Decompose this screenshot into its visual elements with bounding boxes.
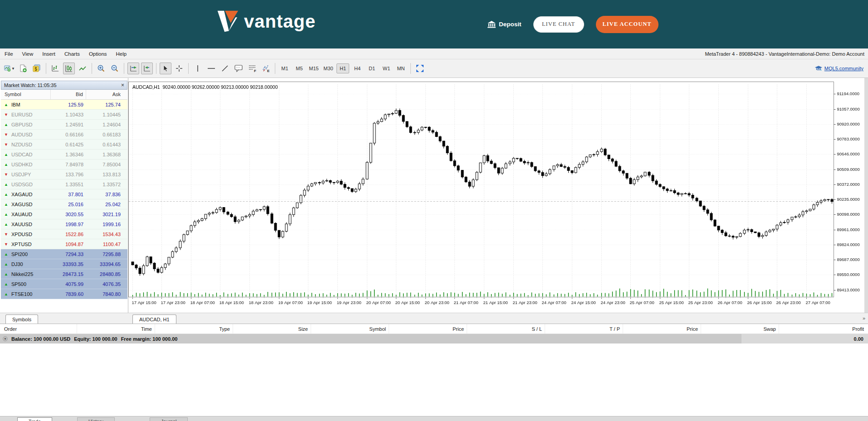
terminal-column-profit[interactable]: Profit <box>779 324 868 334</box>
market-watch-row-xauaud[interactable]: ▲XAUAUD3020.553021.19 <box>1 209 127 219</box>
market-watch-row-xptusd[interactable]: ▼XPTUSD1094.871100.47 <box>1 239 127 249</box>
ask-value: 1.33572 <box>86 182 124 187</box>
menu-charts[interactable]: Charts <box>60 51 84 57</box>
terminal-column-time[interactable]: Time <box>77 324 155 334</box>
terminal-column-s-l[interactable]: S / L <box>467 324 545 334</box>
candlestick-icon[interactable] <box>63 63 75 74</box>
symbol-name: DJ30 <box>11 261 23 267</box>
market-watch-icon[interactable]: $ <box>31 63 43 74</box>
arrow-up-icon: ▲ <box>4 252 9 256</box>
market-watch-title: Market Watch: 11:05:35 <box>4 82 57 88</box>
symbol-name: USDJPY <box>11 172 31 177</box>
timeframe-h1[interactable]: H1 <box>336 63 349 73</box>
market-watch-row-xpdusd[interactable]: ▼XPDUSD1522.861534.43 <box>1 229 127 239</box>
mql5-community-link[interactable]: MQL5.community <box>815 66 863 71</box>
market-watch-row-audusd[interactable]: ▼AUDUSD0.661660.66183 <box>1 130 127 140</box>
tab-symbols[interactable]: Symbols <box>5 315 38 324</box>
terminal-column-t-p[interactable]: T / P <box>545 324 623 334</box>
text-label-icon[interactable] <box>233 63 244 74</box>
symbol-name: Nikkei225 <box>11 271 33 277</box>
menu-help[interactable]: Help <box>112 51 132 57</box>
price-chart[interactable] <box>128 79 864 313</box>
symbol-name: XAUAUD <box>11 212 32 217</box>
market-watch-row-usdsgd[interactable]: ▲USDSGD1.335511.33572 <box>1 179 127 189</box>
tab-journal[interactable]: Journal <box>150 417 188 421</box>
bar-chart-icon[interactable] <box>49 63 61 74</box>
menu-view[interactable]: View <box>18 51 38 57</box>
trend-line-icon[interactable] <box>219 63 231 74</box>
market-watch-row-xauusd[interactable]: ▲XAUUSD1998.971999.16 <box>1 219 127 229</box>
chart-shift-icon[interactable] <box>141 63 153 74</box>
market-watch-row-sp500[interactable]: ▲SP5004075.994076.35 <box>1 279 127 289</box>
market-watch-row-ftse100[interactable]: ▲FTSE1007839.607840.80 <box>1 289 127 299</box>
free-margin-value: Free margin: 100 000.00 <box>121 336 178 342</box>
ask-value: 3021.19 <box>86 212 124 217</box>
market-watch-row-xagusd[interactable]: ▲XAGUSD25.01625.042 <box>1 199 127 209</box>
market-watch-row-ibm[interactable]: ▲IBM125.59125.74 <box>1 100 127 110</box>
arrow-up-icon: ▲ <box>4 222 9 227</box>
live-chat-button[interactable]: LIVE CHAT <box>533 16 584 33</box>
timeframe-m5[interactable]: M5 <box>293 63 306 73</box>
new-chart-icon[interactable]: ▼ <box>4 63 15 74</box>
live-account-button[interactable]: LIVE ACCOUNT <box>596 16 658 33</box>
ask-value: 7295.88 <box>86 252 124 257</box>
terminal-column-size[interactable]: Size <box>233 324 311 334</box>
terminal-column-type[interactable]: Type <box>155 324 233 334</box>
close-icon[interactable]: × <box>121 82 124 88</box>
bid-value: 3020.55 <box>51 212 86 217</box>
market-watch-row-dj30[interactable]: ▲DJ3033393.3533394.65 <box>1 259 127 269</box>
market-watch-row-usdcad[interactable]: ▲USDCAD1.363461.36368 <box>1 150 127 160</box>
market-watch-caption: Market Watch: 11:05:35 × <box>1 81 127 90</box>
column-bid[interactable]: Bid <box>51 90 86 99</box>
cursor-icon[interactable] <box>160 63 171 74</box>
timeframe-h4[interactable]: H4 <box>351 63 364 73</box>
ask-value: 1.10445 <box>86 112 124 117</box>
menu-file[interactable]: File <box>0 51 18 57</box>
crosshair-icon[interactable] <box>173 63 185 74</box>
balance-expander-icon[interactable]: ▾ <box>3 336 8 341</box>
column-ask[interactable]: Ask <box>86 90 124 99</box>
menu-insert[interactable]: Insert <box>38 51 60 57</box>
market-watch-row-usdhkd[interactable]: ▲USDHKD7.849787.85004 <box>1 160 127 169</box>
terminal-column-price[interactable]: Price <box>623 324 701 334</box>
zoom-out-icon[interactable] <box>109 63 121 74</box>
line-chart-icon[interactable] <box>77 63 88 74</box>
more-windows-icon[interactable]: » <box>863 315 865 321</box>
market-watch-row-xagaud[interactable]: ▲XAGAUD37.80137.836 <box>1 189 127 199</box>
timeframe-m1[interactable]: M1 <box>278 63 291 73</box>
vantage-logo-text: vantage <box>244 11 316 32</box>
svg-text:$: $ <box>34 67 37 72</box>
market-watch-row-nzdusd[interactable]: ▼NZDUSD0.614250.61443 <box>1 140 127 150</box>
symbol-name: SPI200 <box>11 252 28 257</box>
market-watch-row-gbpusd[interactable]: ▲GBPUSD1.245911.24604 <box>1 120 127 130</box>
account-title: MetaTrader 4 - 890884243 - VantageIntern… <box>705 51 864 57</box>
tab-chart-audcad-h1[interactable]: AUDCAD, H1 <box>132 315 176 324</box>
horizontal-line-icon[interactable] <box>205 63 217 74</box>
terminal-column-order[interactable]: Order <box>0 324 77 334</box>
terminal-column-symbol[interactable]: Symbol <box>311 324 389 334</box>
symbol-name: SP500 <box>11 281 26 287</box>
market-watch-row-spi200[interactable]: ▲SPI2007294.337295.88 <box>1 249 127 259</box>
tab-trade[interactable]: Trade <box>17 417 52 421</box>
fibonacci-icon[interactable]: F <box>246 63 258 74</box>
timeframe-m15[interactable]: M15 <box>307 63 320 73</box>
terminal-column-swap[interactable]: Swap <box>701 324 779 334</box>
zoom-in-icon[interactable] <box>95 63 107 74</box>
market-watch-row-usdjpy[interactable]: ▼USDJPY133.796133.813 <box>1 169 127 179</box>
terminal-column-price[interactable]: Price <box>389 324 467 334</box>
timeframe-d1[interactable]: D1 <box>366 63 378 73</box>
deposit-button[interactable]: Deposit <box>488 21 522 28</box>
auto-scroll-icon[interactable] <box>127 63 139 74</box>
timeframe-w1[interactable]: W1 <box>380 63 393 73</box>
indicators-icon[interactable]: E <box>260 63 272 74</box>
column-symbol[interactable]: Symbol <box>1 90 51 99</box>
fullscreen-icon[interactable] <box>414 63 426 74</box>
market-watch-row-eurusd[interactable]: ▼EURUSD1.104331.10445 <box>1 110 127 120</box>
vertical-line-icon[interactable] <box>192 63 204 74</box>
new-order-icon[interactable] <box>17 63 29 74</box>
menu-options[interactable]: Options <box>84 51 112 57</box>
market-watch-row-nikkei225[interactable]: ▲Nikkei22528473.1528480.85 <box>1 269 127 279</box>
timeframe-m30[interactable]: M30 <box>322 63 335 73</box>
tab-history[interactable]: History <box>77 417 115 421</box>
timeframe-mn[interactable]: MN <box>395 63 407 73</box>
